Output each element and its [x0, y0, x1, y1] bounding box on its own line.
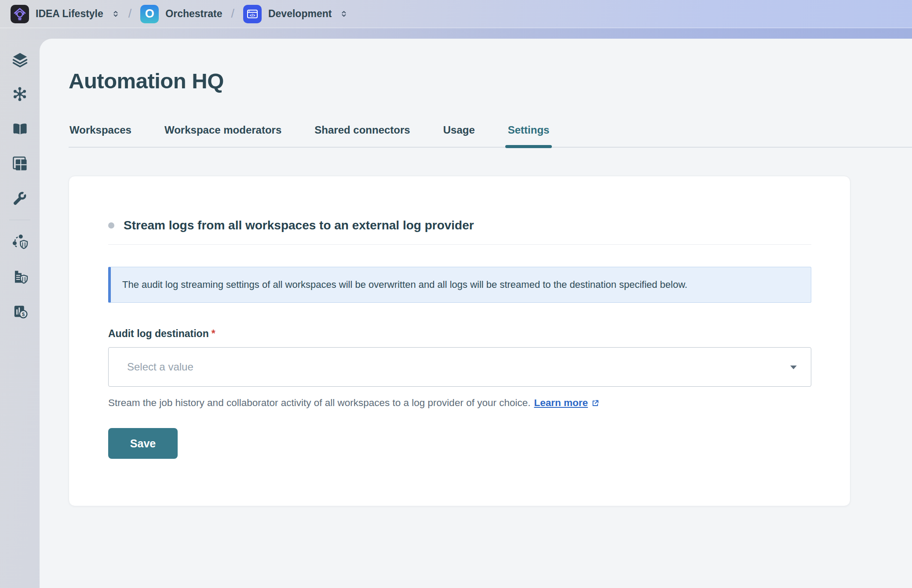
settings-card: Stream logs from all workspaces to an ex… [69, 176, 850, 506]
section-divider [108, 244, 811, 245]
info-banner-text: The audit log streaming settings of all … [122, 279, 687, 290]
tab-usage[interactable]: Usage [442, 124, 476, 147]
tab-workspaces[interactable]: Workspaces [69, 124, 132, 147]
sidebar-item-admin-tools[interactable] [9, 189, 30, 208]
orchestrate-logo: O [140, 5, 159, 23]
main-panel: Automation HQ Workspaces Workspace moder… [40, 39, 912, 588]
required-asterisk: * [212, 328, 215, 339]
book-icon [12, 121, 28, 137]
breadcrumb: IDEA Lifestyle / O Orchestrate / </> [0, 0, 912, 28]
save-button[interactable]: Save [108, 428, 178, 459]
tab-bar-rule [69, 147, 912, 148]
sidebar-nav: $ [0, 28, 40, 588]
page-title: Automation HQ [69, 69, 912, 93]
layers-icon [12, 51, 28, 68]
breadcrumb-item-account[interactable]: IDEA Lifestyle [11, 5, 120, 23]
hub-icon [12, 86, 28, 102]
breadcrumb-separator: / [128, 7, 132, 21]
sidebar-item-data-governance[interactable] [9, 232, 30, 251]
breadcrumb-label: Development [268, 8, 332, 20]
code-window-icon: </> [244, 5, 261, 23]
section-heading: Stream logs from all workspaces to an ex… [124, 218, 474, 232]
sidebar-divider [9, 220, 30, 220]
audit-log-destination-label: Audit log destination* [108, 328, 811, 340]
idea-lifestyle-logo [11, 5, 29, 23]
grid-windows-icon [12, 156, 28, 172]
environment-switcher-chevron-icon[interactable] [340, 10, 348, 18]
wrench-icon [12, 190, 28, 206]
svg-text:$: $ [22, 312, 25, 317]
sidebar-item-hub[interactable] [9, 84, 30, 104]
breadcrumb-item-environment[interactable]: </> Development [243, 5, 348, 23]
sidebar-item-billing-usage[interactable]: $ [9, 301, 30, 321]
tab-bar: Workspaces Workspace moderators Shared c… [69, 124, 912, 147]
app-root: IDEA Lifestyle / O Orchestrate / </> [0, 0, 912, 588]
info-banner: The audit log streaming settings of all … [108, 267, 811, 303]
section-header: Stream logs from all workspaces to an ex… [108, 218, 811, 232]
svg-text:</>: </> [250, 13, 255, 17]
billing-chart-icon: $ [12, 303, 28, 319]
sidebar-item-interfaces[interactable] [9, 154, 30, 173]
tab-workspace-moderators[interactable]: Workspace moderators [164, 124, 282, 147]
tab-settings[interactable]: Settings [507, 124, 551, 147]
external-link-icon [591, 399, 599, 407]
account-switcher-chevron-icon[interactable] [112, 10, 120, 18]
orchestrate-o-glyph: O [145, 8, 154, 20]
house-bulb-icon [11, 5, 29, 23]
breadcrumb-item-product[interactable]: O Orchestrate [140, 5, 222, 23]
breadcrumb-label: Orchestrate [165, 8, 222, 20]
breadcrumb-label: IDEA Lifestyle [36, 8, 103, 20]
sidebar-item-layers[interactable] [9, 50, 30, 69]
audit-log-destination-select[interactable]: Select a value [108, 347, 811, 387]
development-logo: </> [243, 5, 262, 23]
network-shield-icon [12, 234, 28, 250]
sidebar-item-docs[interactable] [9, 119, 30, 138]
status-dot-icon [108, 222, 114, 229]
caret-down-icon [789, 364, 798, 370]
org-shield-icon [12, 269, 28, 285]
learn-more-link[interactable]: Learn more [534, 397, 599, 409]
field-help-text: Stream the job history and collaborator … [108, 397, 811, 409]
breadcrumb-separator: / [231, 7, 234, 21]
select-placeholder: Select a value [127, 361, 193, 373]
sidebar-item-org-security[interactable] [9, 267, 30, 286]
tab-shared-connectors[interactable]: Shared connectors [314, 124, 411, 147]
